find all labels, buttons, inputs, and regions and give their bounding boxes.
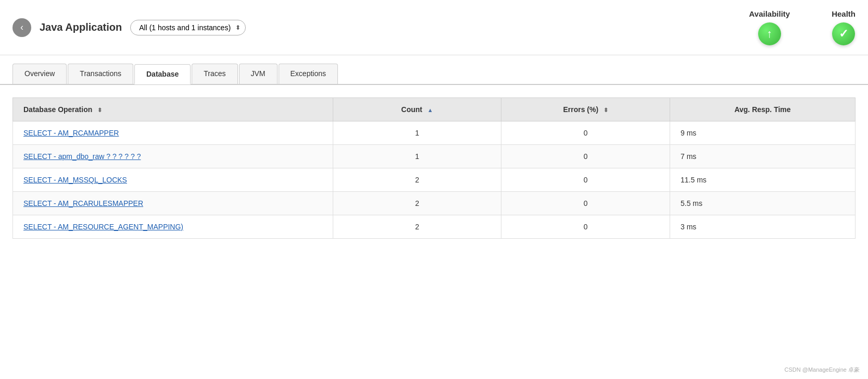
col-header-errors[interactable]: Errors (%) ⬍ [501, 98, 670, 121]
cell-operation: SELECT - AM_RCARULESMAPPER [13, 192, 333, 215]
tab-transactions[interactable]: Transactions [68, 64, 133, 84]
cell-count: 2 [333, 215, 501, 239]
instance-select-wrapper: All (1 hosts and 1 instances) [130, 20, 246, 35]
cell-operation: SELECT - AM_MSSQL_LOCKS [13, 168, 333, 192]
operation-link[interactable]: SELECT - AM_MSSQL_LOCKS [23, 176, 127, 184]
cell-operation: SELECT - AM_RCAMAPPER [13, 121, 333, 145]
header-metrics: Availability ↑ Health ✓ [749, 9, 856, 45]
app-title: Java Application [40, 21, 122, 33]
cell-operation: SELECT - apm_dbo_raw ? ? ? ? ? ? [13, 145, 333, 168]
operation-link[interactable]: SELECT - AM_RESOURCE_AGENT_MAPPING) [23, 223, 183, 231]
table-header-row: Database Operation ⬍ Count ▲ Errors (%) … [13, 98, 856, 121]
cell-operation: SELECT - AM_RESOURCE_AGENT_MAPPING) [13, 215, 333, 239]
cell-avg-resp: 11.5 ms [670, 168, 856, 192]
health-label: Health [832, 9, 856, 18]
back-button[interactable]: ‹ [12, 18, 31, 37]
operation-link[interactable]: SELECT - apm_dbo_raw ? ? ? ? ? ? [23, 152, 141, 161]
sort-icon-errors: ⬍ [603, 107, 608, 113]
cell-errors: 0 [501, 168, 670, 192]
table-body: SELECT - AM_RCAMAPPER109 msSELECT - apm_… [13, 121, 856, 239]
cell-avg-resp: 9 ms [670, 121, 856, 145]
cell-count: 1 [333, 121, 501, 145]
table-row: SELECT - AM_RCAMAPPER109 ms [13, 121, 856, 145]
table-row: SELECT - AM_RCARULESMAPPER205.5 ms [13, 192, 856, 215]
cell-avg-resp: 3 ms [670, 215, 856, 239]
cell-count: 1 [333, 145, 501, 168]
operation-link[interactable]: SELECT - AM_RCAMAPPER [23, 129, 119, 137]
health-icon: ✓ [832, 22, 855, 45]
cell-errors: 0 [501, 145, 670, 168]
header: ‹ Java Application All (1 hosts and 1 in… [0, 0, 868, 55]
tab-exceptions[interactable]: Exceptions [279, 64, 338, 84]
instance-select[interactable]: All (1 hosts and 1 instances) [130, 20, 246, 35]
availability-icon: ↑ [758, 22, 781, 45]
table-row: SELECT - AM_MSSQL_LOCKS2011.5 ms [13, 168, 856, 192]
cell-errors: 0 [501, 192, 670, 215]
availability-label: Availability [749, 9, 790, 18]
tab-traces[interactable]: Traces [192, 64, 237, 84]
cell-avg-resp: 7 ms [670, 145, 856, 168]
database-table: Database Operation ⬍ Count ▲ Errors (%) … [12, 97, 856, 239]
tab-overview[interactable]: Overview [12, 64, 67, 84]
table-row: SELECT - apm_dbo_raw ? ? ? ? ? ?107 ms [13, 145, 856, 168]
col-header-avg-resp: Avg. Resp. Time [670, 98, 856, 121]
col-header-count[interactable]: Count ▲ [333, 98, 501, 121]
cell-errors: 0 [501, 121, 670, 145]
cell-count: 2 [333, 192, 501, 215]
cell-count: 2 [333, 168, 501, 192]
tab-bar: Overview Transactions Database Traces JV… [0, 64, 868, 85]
operation-link[interactable]: SELECT - AM_RCARULESMAPPER [23, 199, 143, 207]
table-row: SELECT - AM_RESOURCE_AGENT_MAPPING)203 m… [13, 215, 856, 239]
sort-icon-count: ▲ [427, 107, 433, 113]
tab-jvm[interactable]: JVM [239, 64, 278, 84]
sort-icon-operation: ⬍ [97, 107, 102, 113]
cell-errors: 0 [501, 215, 670, 239]
availability-metric: Availability ↑ [749, 9, 790, 45]
cell-avg-resp: 5.5 ms [670, 192, 856, 215]
database-table-container: Database Operation ⬍ Count ▲ Errors (%) … [0, 85, 868, 239]
tab-database[interactable]: Database [134, 64, 191, 84]
col-header-operation[interactable]: Database Operation ⬍ [13, 98, 333, 121]
health-metric: Health ✓ [832, 9, 856, 45]
